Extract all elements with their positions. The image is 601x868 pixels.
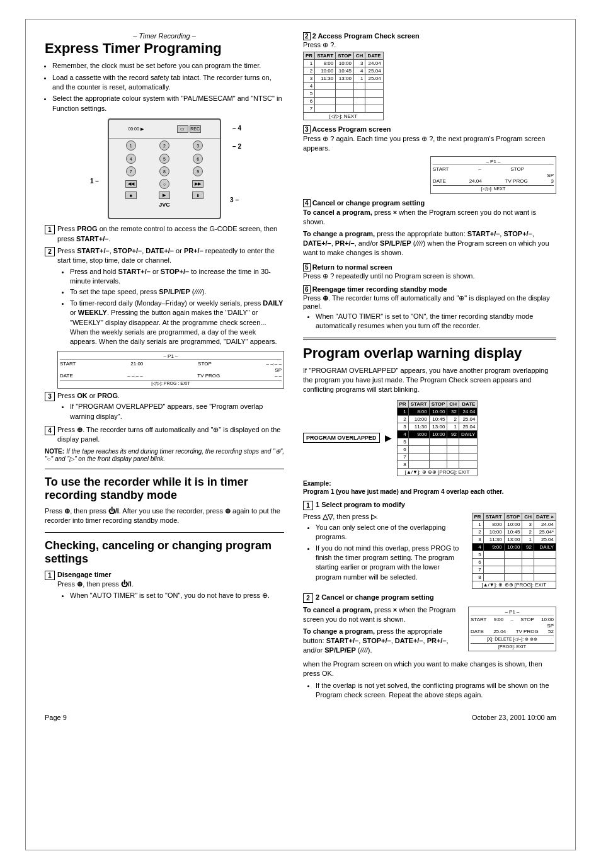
col-stop: STOP [336,52,354,60]
callout-1: 1 – [90,178,99,185]
ovt-col-pr: PR [472,513,483,520]
prog-check-table: PR START STOP CH DATE 18:0010:00324.04 2… [303,52,384,120]
express-timer-heading: Express Timer Programing [45,41,284,56]
bullet-2: Load a cassette with the record safety t… [52,73,284,93]
col-pr: PR [304,52,315,60]
panel2-tvprog-label: TV PROG [505,178,528,184]
btn-play: ▶ [159,191,170,199]
section-4-num: 4 [303,199,311,207]
check-step-1: 1 Disengage timer Press ⊕, then press ⏻/… [45,570,284,602]
ov-panel-sp: SP [471,623,554,629]
divider-double [303,338,556,340]
ov-panel-date-val: 25.04 [493,629,506,634]
vcr-num-row3: 7 8 9 [109,165,220,178]
panel2-date-val: 24.04 [469,178,482,184]
step-2-bullet-3: To timer-record daily (Monday–Friday) or… [70,299,284,347]
overlap-heading: Program overlap warning display [303,346,556,361]
ov-step-2-bullet-1: If the overlap is not yet solved, the co… [316,681,556,700]
checking-heading: Checking, canceling or changing program … [45,539,284,566]
table-row: 6 [304,98,384,105]
ov-panel-start-label: START [471,617,486,622]
panel2-stop-label: STOP [511,166,525,172]
ov-panel-stop-label: STOP [520,617,534,622]
table-row: 210:0010:45225.04 [397,415,478,423]
step-1-content: Press PROG on the remote control to acce… [57,224,284,244]
example-label: Example: [303,480,556,487]
section-5-text: Press ⊕ ? repeatedly until no Program sc… [303,272,556,280]
section-5-heading: 5 Return to normal screen [303,263,556,271]
overlap-label: PROGRAM OVERLAPPED [303,433,380,443]
section-4-cancel: To cancel a program, press × when the Pr… [303,208,556,227]
step-3-bullet-1: If "PROGRAM OVERLAPPED" appears, see "Pr… [70,402,284,421]
btn-pause: ⏸ [192,191,203,199]
divider-1 [45,469,284,469]
ovt-footer: [▲/▼]: ⊕ ⊕⊕ [PROG]: EXIT [472,581,556,588]
prog-panel-1: – P1 – START 21:00 STOP – –:– – SP DATE … [57,351,284,389]
ovt-col-stop: STOP [504,513,522,520]
ov-table-side: PR START STOP CH DATE × 18:0010:00324.04… [472,513,556,589]
footer-page-num: Page 9 [45,714,67,721]
section-5-title: Return to normal screen [312,263,392,271]
standby-text: Press ⊕, then press ⏻/I. After you use t… [45,506,284,526]
step-4: 4 Press ⊕. The recorder turns off automa… [45,425,284,445]
section-2-num: 2 [303,32,311,40]
section-2-title: 2 Access Program Check screen [312,32,420,40]
btn-ok: ○ [159,179,169,189]
ov-step-1-content: 1 Select program to modify [316,500,556,510]
table-row: 18:0010:003224.04 [397,408,478,415]
ov-panel-tvprog-val: 52 [548,629,554,634]
step-2: 2 Press START+/–, STOP+/–, DATE+/– or PR… [45,246,284,348]
bullet-1: Remember, the clock must be set before y… [52,61,284,71]
ov-prog-panel: – P1 – START 9:00 – STOP 10:00 SP DATE [468,607,556,651]
ov-step-2-content: 2 Cancel or change program setting [316,593,556,602]
ovt-col-ch: CH [522,513,534,520]
panel2-start-val: – [478,166,481,172]
vcr-diagram: 00:00 ▶ ▭ REC 1 2 3 [101,118,227,219]
right-column: 2 2 Access Program Check screen Press ⊕ … [303,32,556,701]
ov-step-2-num: 2 [303,593,313,603]
p1-sp: SP [60,367,282,373]
panel2-date-row: DATE 24.04 TV PROG 3 [433,178,554,184]
vcr-btn-rec: REC [190,125,201,133]
left-column: – Timer Recording – Express Timer Progra… [45,32,284,701]
ovt-col-date: DATE × [534,513,556,520]
section-6-bullet-1: When "AUTO TIMER" is set to "ON", the ti… [316,312,556,331]
table-row: 7 [304,105,384,113]
btn-1: 1 [126,140,136,151]
ov-col-start: START [408,400,429,408]
ov-prog-table: PR START STOP CH DATE × 18:0010:00324.04… [472,513,556,589]
ov-step-1-text-side: Press △▽, then press ▷. You can only sel… [303,513,467,589]
example-text: Program 1 (you have just made) and Progr… [303,488,556,495]
section-6-text: Press ⊕. The recorder turns off automati… [303,294,556,310]
ov-col-ch: CH [447,400,459,408]
right-section-4: 4 Cancel or change program setting To ca… [303,199,556,258]
bullet-3: Select the appropriate colour system wit… [52,94,284,113]
ov-step-1-layout: Press △▽, then press ▷. You can only sel… [303,513,556,589]
panel2-start-row: START – STOP [433,166,554,172]
ov-step-1-num: 1 [303,501,313,510]
col-start: START [315,52,336,60]
section-4-change: To change a program, press the appropria… [303,229,556,258]
ov-panel-stop-val: 10:00 [541,617,554,622]
step-2-content: Press START+/–, STOP+/–, DATE+/– or PR+/… [57,246,284,348]
step-3: 3 Press OK or PROG. If "PROGRAM OVERLAPP… [45,391,284,423]
ovt-footer-row: [▲/▼]: ⊕ ⊕⊕ [PROG]: EXIT [472,581,556,588]
p1-date-label: DATE [60,373,73,379]
section-4-heading: 4 Cancel or change program setting [303,199,556,207]
p1-footer: [◁/▷]: PROG : EXIT [60,380,282,386]
table-row-highlight: 49:0010:0092DAILY [472,543,556,551]
ov-panel-footer: [PROG]: EXIT [471,643,554,649]
step-2-bullet-2: To set the tape speed, press SP/LP/EP (/… [70,287,284,297]
callout-2: – 2 [232,143,241,150]
right-section-6: 6 Reengage timer recording standby mode … [303,285,556,331]
section-6-bullets: When "AUTO TIMER" is set to "ON", the ti… [316,312,556,331]
step-1: 1 Press PROG on the remote control to ac… [45,224,284,244]
footer-date: October 23, 2001 10:00 am [472,714,556,721]
overlap-diagram: PROGRAM OVERLAPPED ▶ PR START STOP CH DA… [303,400,556,476]
table-footer: [◁/▷]: NEXT [304,113,384,120]
p1-stop-label: STOP [198,361,212,367]
btn-3: 3 [193,140,203,151]
ov-step-2-bullets: If the overlap is not yet solved, the co… [316,681,556,700]
step-1-num: 1 [45,225,55,234]
step-2-bullets: Press and hold START+/– or STOP+/– to in… [70,267,284,347]
